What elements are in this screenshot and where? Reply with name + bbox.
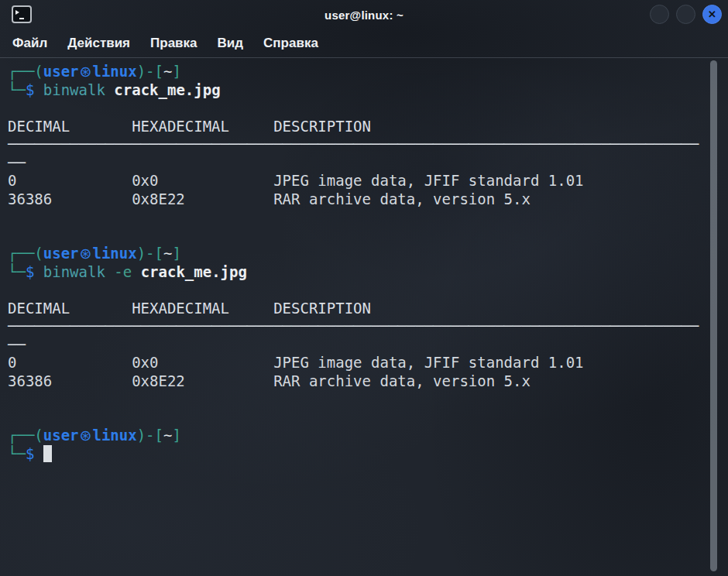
seg-frame: )-[ — [137, 63, 163, 80]
close-button[interactable]: ✕ — [702, 5, 722, 24]
terminal-window: user@linux: ~ ✕ ФайлДействияПравкаВидСпр… — [0, 0, 728, 576]
seg-cmd: binwalk — [43, 263, 105, 280]
seg-frame: └─ — [8, 445, 26, 462]
terminal-line: ┌──(user⊛linux)-[~] — [8, 427, 720, 445]
scrollbar-thumb[interactable] — [710, 60, 717, 571]
terminal-line: ── — [8, 336, 720, 355]
menu-item-1[interactable]: Действия — [67, 36, 130, 51]
seg-path: ~ — [163, 63, 172, 80]
seg-user: user — [43, 427, 79, 444]
seg-out — [34, 81, 43, 98]
terminal-line: DECIMAL HEXADECIMAL DESCRIPTION — [8, 118, 720, 136]
seg-frame: └─ — [8, 263, 26, 280]
seg-hdr: DECIMAL HEXADECIMAL DESCRIPTION — [8, 300, 371, 317]
menu-item-4[interactable]: Справка — [263, 36, 318, 51]
terminal-line — [8, 227, 720, 245]
seg-hdr: DECIMAL HEXADECIMAL DESCRIPTION — [8, 118, 371, 135]
seg-out: 0 0x0 JPEG image data, JFIF standard 1.0… — [8, 172, 584, 189]
titlebar[interactable]: user@linux: ~ ✕ — [0, 0, 728, 29]
terminal-line — [8, 281, 720, 300]
seg-out — [34, 445, 43, 462]
menu-item-0[interactable]: Файл — [12, 36, 47, 51]
terminal-line: 0 0x0 JPEG image data, JFIF standard 1.0… — [8, 354, 720, 372]
kali-at-icon: ⊛ — [79, 245, 93, 262]
block-cursor — [43, 445, 52, 462]
terminal-line: DECIMAL HEXADECIMAL DESCRIPTION — [8, 300, 720, 318]
seg-out — [34, 263, 43, 280]
terminal-viewport[interactable]: ┌──(user⊛linux)-[~]└─$ binwalk crack_me.… — [0, 58, 728, 576]
seg-path: ~ — [163, 427, 172, 444]
seg-out — [105, 81, 114, 98]
minimize-button[interactable] — [650, 5, 669, 24]
terminal-line: ┌──(user⊛linux)-[~] — [8, 245, 720, 263]
seg-frame: ┌──( — [8, 245, 43, 262]
close-icon: ✕ — [708, 9, 716, 19]
terminal-line: └─$ binwalk -e crack_me.jpg — [8, 263, 720, 282]
seg-opt: -e — [114, 263, 132, 280]
terminal-line — [8, 390, 720, 409]
terminal-line: ────────────────────────────────────────… — [8, 317, 720, 336]
seg-out — [105, 263, 114, 280]
menubar: ФайлДействияПравкаВидСправка — [0, 29, 728, 58]
window-controls: ✕ — [650, 5, 722, 24]
seg-sep: ── — [8, 336, 26, 353]
seg-frame: )-[ — [137, 427, 163, 444]
window-title: user@linux: ~ — [0, 0, 728, 29]
seg-user: user — [43, 63, 79, 80]
terminal-line: ┌──(user⊛linux)-[~] — [8, 63, 720, 81]
seg-frame: ┌──( — [8, 63, 43, 80]
terminal-line — [8, 99, 720, 118]
kali-at-icon: ⊛ — [79, 63, 93, 80]
terminal-line — [8, 409, 720, 427]
terminal-line: └─$ — [8, 445, 720, 464]
terminal-line: ── — [8, 154, 720, 173]
menu-item-2[interactable]: Правка — [150, 36, 197, 51]
seg-sep: ────────────────────────────────────────… — [8, 135, 699, 153]
seg-out: 0 0x0 JPEG image data, JFIF standard 1.0… — [8, 354, 584, 371]
seg-out — [132, 263, 140, 280]
terminal-line: ────────────────────────────────────────… — [8, 135, 720, 154]
terminal-line: └─$ binwalk crack_me.jpg — [8, 81, 720, 100]
terminal-line: 0 0x0 JPEG image data, JFIF standard 1.0… — [8, 172, 720, 190]
seg-cmd: binwalk — [43, 81, 105, 98]
seg-path: ~ — [163, 245, 172, 262]
terminal-line: 36386 0x8E22 RAR archive data, version 5… — [8, 190, 720, 209]
seg-dollar: $ — [26, 263, 34, 280]
seg-arg: crack_me.jpg — [141, 263, 247, 280]
seg-dollar: $ — [26, 445, 34, 462]
kali-at-icon: ⊛ — [79, 427, 93, 444]
seg-frame: ┌──( — [8, 427, 43, 444]
maximize-button[interactable] — [676, 5, 695, 24]
seg-out: 36386 0x8E22 RAR archive data, version 5… — [8, 372, 531, 389]
seg-user: linux — [92, 245, 136, 262]
seg-dollar: $ — [26, 81, 34, 98]
seg-frame: )-[ — [137, 245, 163, 262]
seg-sep: ── — [8, 154, 26, 171]
terminal-line: 36386 0x8E22 RAR archive data, version 5… — [8, 372, 720, 391]
seg-user: user — [43, 245, 79, 262]
seg-user: linux — [92, 427, 136, 444]
seg-sep: ────────────────────────────────────────… — [8, 317, 699, 334]
menu-item-3[interactable]: Вид — [218, 36, 244, 51]
seg-arg: crack_me.jpg — [114, 81, 220, 98]
seg-frame: ] — [172, 427, 180, 444]
seg-frame: ] — [172, 245, 180, 262]
seg-out: 36386 0x8E22 RAR archive data, version 5… — [8, 190, 531, 207]
seg-user: linux — [92, 63, 136, 80]
seg-frame: └─ — [8, 81, 26, 98]
seg-frame: ] — [172, 63, 180, 80]
terminal-line — [8, 208, 720, 227]
